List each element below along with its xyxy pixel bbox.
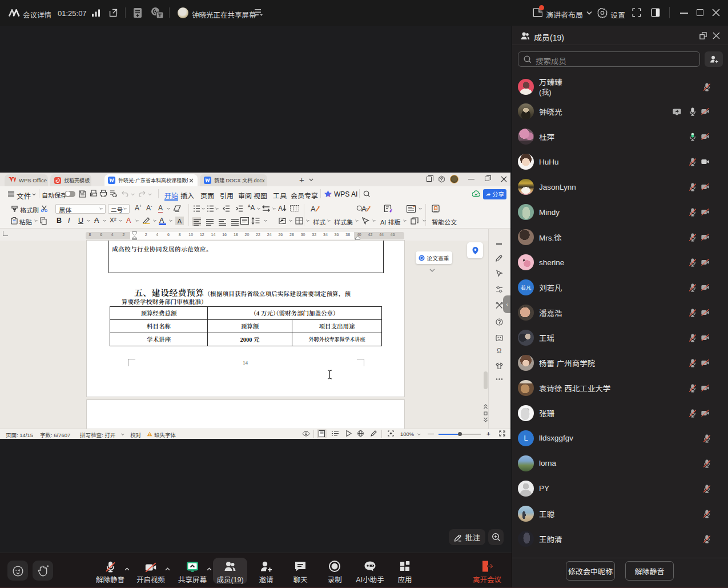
svg-text:A: A [311, 205, 316, 213]
svg-text:A: A [278, 205, 283, 212]
